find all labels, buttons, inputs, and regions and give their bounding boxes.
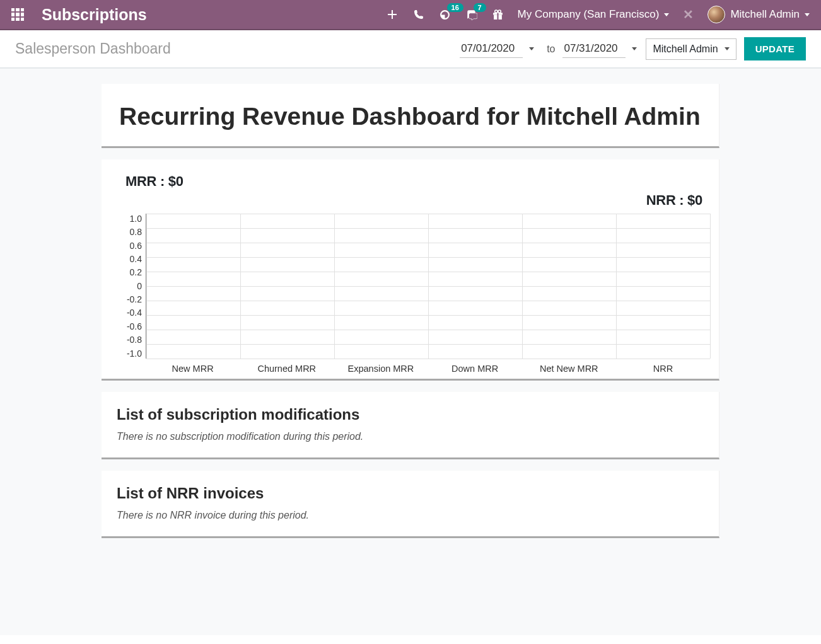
x-tick: Expansion MRR — [334, 359, 428, 374]
y-tick: -0.4 — [127, 308, 142, 318]
svg-point-6 — [498, 10, 501, 13]
nrr-invoices-section: List of NRR invoices There is no NRR inv… — [102, 471, 719, 538]
company-name: My Company (San Francisco) — [518, 8, 660, 21]
phone-icon[interactable] — [405, 0, 432, 30]
chevron-down-icon[interactable] — [632, 47, 637, 50]
x-tick: New MRR — [146, 359, 240, 374]
discuss-icon[interactable]: 7 — [458, 0, 485, 30]
chart: 1.00.80.60.40.20-0.2-0.4-0.6-0.8-1.0 — [110, 214, 710, 359]
gift-icon[interactable] — [485, 0, 511, 30]
breadcrumb: Salesperson Dashboard — [15, 40, 171, 57]
date-from-wrap — [460, 40, 534, 58]
to-label: to — [547, 43, 555, 55]
nrr-empty-message: There is no NRR invoice during this peri… — [117, 510, 704, 521]
chevron-down-icon — [805, 13, 810, 16]
y-tick: -0.6 — [127, 321, 142, 331]
svg-rect-1 — [388, 14, 397, 15]
activity-icon[interactable]: 16 — [432, 0, 458, 30]
svg-point-5 — [495, 10, 498, 13]
x-tick: NRR — [616, 359, 710, 374]
update-button[interactable]: UPDATE — [744, 37, 806, 60]
avatar — [707, 6, 725, 23]
mods-empty-message: There is no subscription modification du… — [117, 431, 704, 442]
y-tick: 1.0 — [130, 214, 142, 224]
y-tick: 0.8 — [130, 227, 142, 237]
new-icon[interactable] — [379, 0, 405, 30]
top-navbar: Subscriptions 16 7 My Company (San Franc… — [0, 0, 821, 30]
user-name: Mitchell Admin — [730, 8, 800, 21]
chevron-down-icon — [725, 47, 730, 50]
y-tick: 0.6 — [130, 241, 142, 251]
company-selector[interactable]: My Company (San Francisco) — [511, 8, 676, 21]
nrr-title: List of NRR invoices — [117, 485, 704, 502]
y-tick: -0.2 — [127, 294, 142, 304]
chevron-down-icon — [664, 13, 669, 16]
svg-rect-4 — [497, 13, 498, 20]
chart-y-axis: 1.00.80.60.40.20-0.2-0.4-0.6-0.8-1.0 — [110, 214, 146, 359]
subscription-mods-section: List of subscription modifications There… — [102, 392, 719, 459]
chart-plot-area — [146, 214, 710, 359]
y-tick: -0.8 — [127, 335, 142, 345]
salesperson-value: Mitchell Admin — [653, 43, 718, 55]
y-tick: 0.2 — [130, 267, 142, 277]
x-tick: Churned MRR — [240, 359, 334, 374]
chart-card: MRR : $0 NRR : $0 1.00.80.60.40.20-0.2-0… — [102, 159, 719, 381]
app-brand[interactable]: Subscriptions — [42, 6, 147, 24]
salesperson-dropdown[interactable]: Mitchell Admin — [646, 38, 736, 60]
date-to-input[interactable] — [562, 40, 626, 58]
chevron-down-icon[interactable] — [529, 47, 534, 50]
apps-menu-icon[interactable] — [5, 0, 30, 30]
x-tick: Down MRR — [428, 359, 522, 374]
mrr-summary: MRR : $0 — [125, 173, 710, 190]
page-title: Recurring Revenue Dashboard for Mitchell… — [119, 101, 701, 132]
mods-title: List of subscription modifications — [117, 406, 704, 423]
dashboard-header-card: Recurring Revenue Dashboard for Mitchell… — [102, 84, 719, 148]
y-tick: -1.0 — [127, 348, 142, 359]
x-tick: Net New MRR — [522, 359, 616, 374]
nrr-summary: NRR : $0 — [110, 192, 702, 209]
y-tick: 0 — [137, 281, 142, 291]
main-content: Recurring Revenue Dashboard for Mitchell… — [0, 68, 821, 635]
date-to-wrap — [562, 40, 637, 58]
control-bar: Salesperson Dashboard to Mitchell Admin … — [0, 30, 821, 68]
y-tick: 0.4 — [130, 254, 142, 264]
chart-x-axis: New MRRChurned MRRExpansion MRRDown MRRN… — [146, 359, 710, 374]
user-menu[interactable]: Mitchell Admin — [701, 6, 816, 23]
debug-toggle-icon[interactable]: ✕ — [675, 7, 701, 22]
date-from-input[interactable] — [460, 40, 523, 58]
